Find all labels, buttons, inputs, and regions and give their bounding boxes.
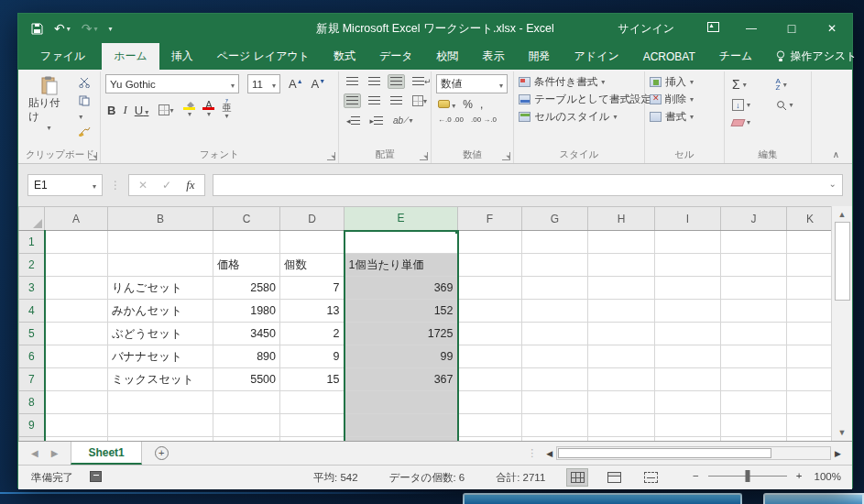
redo-button[interactable]: ↷ (82, 21, 98, 36)
cell-G3[interactable] (522, 277, 588, 300)
cell-A1[interactable] (45, 231, 108, 254)
cell-F1[interactable] (458, 231, 522, 254)
cell-B6[interactable]: バナナセット (108, 345, 213, 368)
number-format-combo[interactable]: 数値 (436, 74, 508, 93)
decrease-indent-button[interactable]: ◂ (344, 114, 363, 128)
row-header-6[interactable]: 6 (19, 345, 45, 368)
orientation-button[interactable]: ab⟋ (390, 113, 415, 128)
cell-J9[interactable] (721, 414, 787, 437)
cell-I8[interactable] (655, 391, 721, 414)
cell-K1[interactable] (787, 231, 832, 254)
format-painter-button[interactable] (79, 126, 95, 139)
minimize-button[interactable]: — (731, 14, 771, 43)
cell-F8[interactable] (458, 391, 522, 414)
align-bottom-button[interactable] (388, 74, 405, 89)
cell-D4[interactable]: 13 (280, 300, 345, 323)
clear-button[interactable] (729, 116, 764, 128)
delete-cells-button[interactable]: 削除 (650, 93, 719, 106)
cell-B2[interactable] (108, 254, 213, 277)
cell-H4[interactable] (588, 300, 655, 323)
maximize-button[interactable]: □ (771, 14, 812, 43)
scroll-up-arrow[interactable]: ▲ (838, 207, 847, 222)
scroll-left-arrow[interactable]: ◀ (546, 449, 552, 458)
cell-H1[interactable] (588, 231, 655, 254)
new-sheet-button[interactable]: + (142, 442, 181, 465)
cell-styles-button[interactable]: セルのスタイル (519, 110, 640, 124)
cell-E5[interactable]: 1725 (345, 323, 458, 345)
row-header-1[interactable]: 1 (19, 231, 45, 254)
cell-A7[interactable] (45, 368, 108, 391)
tab-acrobat[interactable]: ACROBAT (631, 43, 707, 70)
cell-G2[interactable] (522, 254, 588, 277)
cell-J6[interactable] (721, 345, 787, 368)
macro-record-icon[interactable] (90, 471, 102, 482)
cell-C1[interactable] (213, 231, 280, 254)
cell-K3[interactable] (787, 277, 832, 300)
cell-D2[interactable]: 個数 (280, 254, 345, 277)
number-dialog-launcher[interactable] (502, 152, 510, 160)
column-header-A[interactable]: A (45, 207, 108, 231)
scroll-down-arrow[interactable]: ▼ (838, 425, 847, 440)
name-box[interactable]: E1 (27, 174, 103, 196)
increase-decimal-button[interactable]: ←.0 .00 (438, 115, 464, 124)
column-header-B[interactable]: B (108, 207, 213, 231)
tab-insert[interactable]: 挿入 (159, 43, 205, 70)
cell-C5[interactable]: 3450 (213, 323, 280, 345)
cell-C4[interactable]: 1980 (213, 300, 280, 323)
cell-I7[interactable] (655, 368, 721, 391)
zoom-in-button[interactable]: + (796, 470, 803, 481)
align-right-button[interactable] (388, 93, 405, 108)
align-top-button[interactable] (344, 74, 361, 89)
horizontal-scrollbar[interactable]: ⋮ ◀ ▶ (527, 442, 852, 465)
zoom-slider[interactable] (708, 476, 787, 477)
tab-home[interactable]: ホーム (102, 43, 159, 70)
cell-I6[interactable] (655, 345, 721, 368)
cell-I5[interactable] (655, 323, 721, 345)
cell-C9[interactable] (213, 414, 280, 437)
cell-D7[interactable]: 15 (280, 368, 345, 391)
page-break-view-button[interactable] (640, 468, 662, 487)
cell-J5[interactable] (721, 323, 787, 345)
prev-sheet-arrow[interactable]: ◀ (31, 448, 38, 458)
cell-F3[interactable] (458, 277, 522, 300)
column-header-I[interactable]: I (655, 207, 721, 231)
row-header-7[interactable]: 7 (19, 368, 45, 391)
cell-B9[interactable] (108, 414, 213, 437)
undo-button[interactable]: ↶ (54, 21, 71, 36)
cell-E9[interactable] (345, 414, 458, 437)
cell-C6[interactable]: 890 (213, 345, 280, 368)
collapse-ribbon-button[interactable]: ∧ (833, 149, 839, 159)
close-button[interactable]: ✕ (812, 14, 852, 43)
cell-H2[interactable] (588, 254, 655, 277)
row-header-4[interactable]: 4 (19, 300, 45, 323)
cell-H8[interactable] (588, 391, 655, 414)
cell-D1[interactable] (280, 231, 345, 254)
cell-D5[interactable]: 2 (280, 323, 345, 345)
cell-A3[interactable] (45, 277, 108, 300)
next-sheet-arrow[interactable]: ▶ (51, 448, 59, 458)
cell-F2[interactable] (458, 254, 522, 277)
paste-button[interactable]: 貼り付け (25, 74, 73, 148)
zoom-out-button[interactable]: − (693, 470, 699, 481)
cell-F9[interactable] (458, 414, 522, 437)
row-header-5[interactable]: 5 (19, 323, 45, 345)
sign-in-button[interactable]: サインイン (598, 21, 694, 37)
cell-E1-active[interactable] (345, 231, 458, 254)
enter-entry-button[interactable]: ✓ (162, 179, 171, 192)
find-select-button[interactable] (773, 97, 807, 113)
tab-addins[interactable]: アドイン (563, 43, 631, 70)
merge-center-button[interactable] (410, 93, 430, 109)
cell-A8[interactable] (45, 391, 108, 414)
cell-J1[interactable] (721, 231, 787, 254)
cell-K9[interactable] (787, 414, 832, 437)
ribbon-display-options-button[interactable] (694, 22, 731, 35)
cell-K5[interactable] (787, 323, 832, 345)
tab-developer[interactable]: 開発 (517, 43, 563, 70)
cell-D3[interactable]: 7 (280, 277, 345, 300)
cell-G8[interactable] (522, 391, 588, 414)
cell-G1[interactable] (522, 231, 588, 254)
cell-D8[interactable] (280, 391, 345, 414)
row-header-9[interactable]: 9 (19, 414, 45, 437)
cell-G5[interactable] (522, 323, 588, 345)
cell-G7[interactable] (522, 368, 588, 391)
